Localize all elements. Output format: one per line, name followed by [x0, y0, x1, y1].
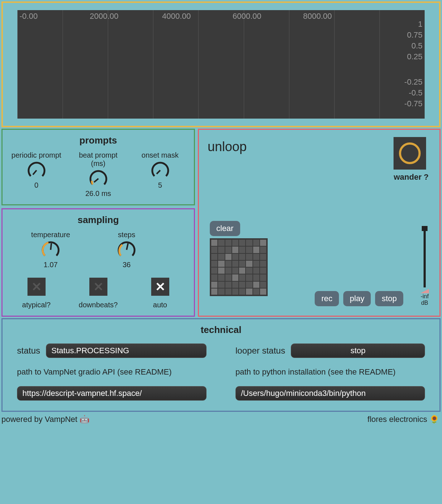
waveform-panel: -0.00 2000.00 4000.00 6000.00 8000.00 1 …: [1, 1, 441, 127]
pad-cell[interactable]: [232, 261, 238, 267]
rec-button[interactable]: rec: [315, 291, 339, 306]
pad-cell[interactable]: [218, 254, 224, 260]
pad-cell[interactable]: [218, 282, 224, 288]
pad-cell[interactable]: [218, 247, 224, 253]
atypical-toggle[interactable]: ✕: [27, 278, 46, 296]
pad-cell[interactable]: [232, 247, 238, 253]
looper-status-value: stop: [291, 343, 425, 358]
pad-cell[interactable]: [225, 282, 231, 288]
pad-cell[interactable]: [253, 289, 259, 295]
status-label: status: [17, 346, 40, 356]
pad-cell[interactable]: [232, 289, 238, 295]
pad-cell[interactable]: [225, 254, 231, 260]
pad-cell[interactable]: [260, 274, 266, 281]
pad-cell[interactable]: [232, 240, 238, 246]
svg-line-0: [33, 170, 37, 175]
python-path-input[interactable]: /Users/hugo/miniconda3/bin/python: [235, 386, 425, 401]
pad-cell[interactable]: [246, 282, 252, 288]
pad-cell[interactable]: [211, 289, 217, 295]
wedge-icon: [420, 289, 429, 293]
pad-cell[interactable]: [211, 268, 217, 274]
pad-cell[interactable]: [253, 240, 259, 246]
x-tick: 4000.00: [162, 12, 191, 21]
pad-cell[interactable]: [232, 254, 238, 260]
y-tick: -0.25: [404, 77, 422, 87]
y-tick: -0.75: [404, 99, 422, 108]
pad-cell[interactable]: [253, 261, 259, 267]
pad-cell[interactable]: [253, 282, 259, 288]
pad-cell[interactable]: [246, 240, 252, 246]
pad-cell[interactable]: [253, 274, 259, 281]
pad-cell[interactable]: [211, 254, 217, 260]
svg-line-3: [51, 243, 51, 250]
looper-status-label: looper status: [235, 346, 285, 356]
wander-label: wander ?: [394, 172, 429, 182]
steps-knob[interactable]: [117, 240, 136, 259]
footer-right: flores electronics 🌻: [367, 415, 439, 424]
pad-cell[interactable]: [246, 274, 252, 281]
pad-cell[interactable]: [211, 282, 217, 288]
pad-cell[interactable]: [260, 261, 266, 267]
pad-cell[interactable]: [225, 289, 231, 295]
pad-cell[interactable]: [225, 247, 231, 253]
pad-cell[interactable]: [239, 289, 245, 295]
pad-cell[interactable]: [239, 261, 245, 267]
pad-cell[interactable]: [260, 282, 266, 288]
waveform-display[interactable]: -0.00 2000.00 4000.00 6000.00 8000.00 1 …: [17, 10, 425, 119]
pad-cell[interactable]: [218, 268, 224, 274]
pad-cell[interactable]: [218, 289, 224, 295]
pad-cell[interactable]: [211, 261, 217, 267]
x-tick: -0.00: [20, 12, 38, 21]
pad-cell[interactable]: [211, 274, 217, 281]
pad-cell[interactable]: [225, 261, 231, 267]
pad-cell[interactable]: [260, 254, 266, 260]
pad-cell[interactable]: [239, 282, 245, 288]
pad-cell[interactable]: [260, 268, 266, 274]
pad-grid[interactable]: [210, 238, 268, 296]
footer-left: powered by VampNet 🤖: [1, 415, 89, 424]
pad-cell[interactable]: [218, 261, 224, 267]
pad-cell[interactable]: [239, 274, 245, 281]
pad-cell[interactable]: [218, 240, 224, 246]
beat-prompt-knob[interactable]: [89, 169, 108, 188]
pad-cell[interactable]: [218, 274, 224, 281]
x-tick: 6000.00: [233, 12, 262, 21]
pad-cell[interactable]: [253, 254, 259, 260]
toggle-label: downbeats?: [71, 301, 126, 309]
pad-cell[interactable]: [239, 247, 245, 253]
pad-cell[interactable]: [260, 289, 266, 295]
x-icon: ✕: [155, 279, 165, 294]
periodic-prompt-knob[interactable]: [27, 161, 46, 180]
pad-cell[interactable]: [246, 247, 252, 253]
pad-cell[interactable]: [232, 282, 238, 288]
pad-cell[interactable]: [232, 274, 238, 281]
downbeats-toggle[interactable]: ✕: [89, 278, 107, 296]
clear-button[interactable]: clear: [210, 221, 240, 236]
play-button[interactable]: play: [343, 291, 371, 306]
pad-cell[interactable]: [211, 240, 217, 246]
onset-mask-knob[interactable]: [151, 161, 170, 180]
pad-cell[interactable]: [253, 268, 259, 274]
pad-cell[interactable]: [246, 254, 252, 260]
pad-cell[interactable]: [225, 240, 231, 246]
pad-cell[interactable]: [232, 268, 238, 274]
pad-cell[interactable]: [260, 247, 266, 253]
level-meter[interactable]: -inf dB: [420, 226, 429, 306]
pad-cell[interactable]: [211, 247, 217, 253]
pad-cell[interactable]: [239, 268, 245, 274]
pad-cell[interactable]: [246, 289, 252, 295]
y-tick: 1: [418, 20, 422, 29]
pad-cell[interactable]: [239, 240, 245, 246]
stop-button[interactable]: stop: [375, 291, 403, 306]
pad-cell[interactable]: [246, 268, 252, 274]
auto-toggle[interactable]: ✕: [151, 278, 169, 296]
pad-cell[interactable]: [246, 261, 252, 267]
pad-cell[interactable]: [225, 274, 231, 281]
temperature-knob[interactable]: [41, 240, 60, 259]
wander-button[interactable]: [394, 137, 426, 170]
pad-cell[interactable]: [253, 247, 259, 253]
api-path-input[interactable]: https://descript-vampnet.hf.space/: [17, 386, 207, 401]
pad-cell[interactable]: [260, 240, 266, 246]
pad-cell[interactable]: [225, 268, 231, 274]
pad-cell[interactable]: [239, 254, 245, 260]
